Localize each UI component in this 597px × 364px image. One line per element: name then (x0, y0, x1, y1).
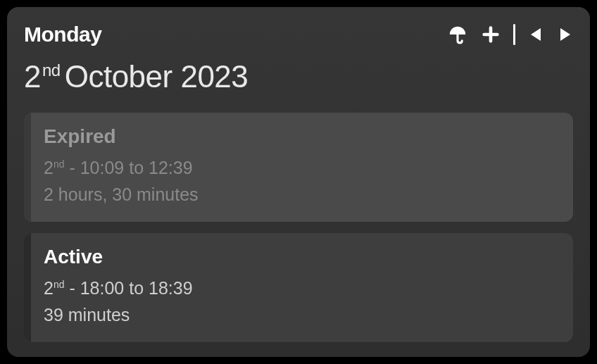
add-button[interactable] (481, 25, 501, 44)
session-card-expired[interactable]: Expired 2nd - 10:09 to 12:39 2 hours, 30… (24, 113, 573, 222)
card-time-range: 2nd - 10:09 to 12:39 (39, 155, 558, 182)
plus-icon (481, 25, 501, 44)
date-heading: 2ndOctober 2023 (24, 59, 573, 94)
header: Monday (24, 23, 573, 46)
card-time-ordinal: nd (54, 279, 65, 290)
date-ordinal: nd (42, 61, 61, 80)
card-time-range: 2nd - 18:00 to 18:39 (39, 275, 558, 302)
card-time-day: 2 (44, 278, 54, 298)
prev-day-button[interactable] (528, 25, 545, 44)
card-time-ordinal: nd (54, 158, 65, 170)
cards-list: Expired 2nd - 10:09 to 12:39 2 hours, 30… (24, 113, 573, 342)
card-time-day: 2 (44, 158, 54, 177)
card-time-rest: - 18:00 to 18:39 (64, 278, 192, 298)
toolbar (447, 24, 573, 45)
chevron-right-icon (556, 25, 573, 44)
day-name: Monday (24, 23, 101, 46)
day-panel: Monday (7, 7, 590, 357)
date-day: 2 (24, 59, 41, 94)
umbrella-icon (447, 24, 468, 45)
toolbar-divider (513, 24, 515, 45)
card-title: Active (39, 246, 558, 268)
card-duration: 2 hours, 30 minutes (39, 182, 558, 208)
next-day-button[interactable] (556, 25, 573, 44)
session-card-active[interactable]: Active 2nd - 18:00 to 18:39 39 minutes (24, 233, 573, 342)
card-time-rest: - 10:09 to 12:39 (64, 158, 192, 177)
date-rest: October 2023 (65, 59, 249, 94)
card-title: Expired (39, 125, 558, 148)
card-duration: 39 minutes (39, 302, 558, 329)
chevron-left-icon (528, 25, 545, 44)
umbrella-button[interactable] (447, 24, 468, 45)
nav-group (528, 25, 573, 44)
